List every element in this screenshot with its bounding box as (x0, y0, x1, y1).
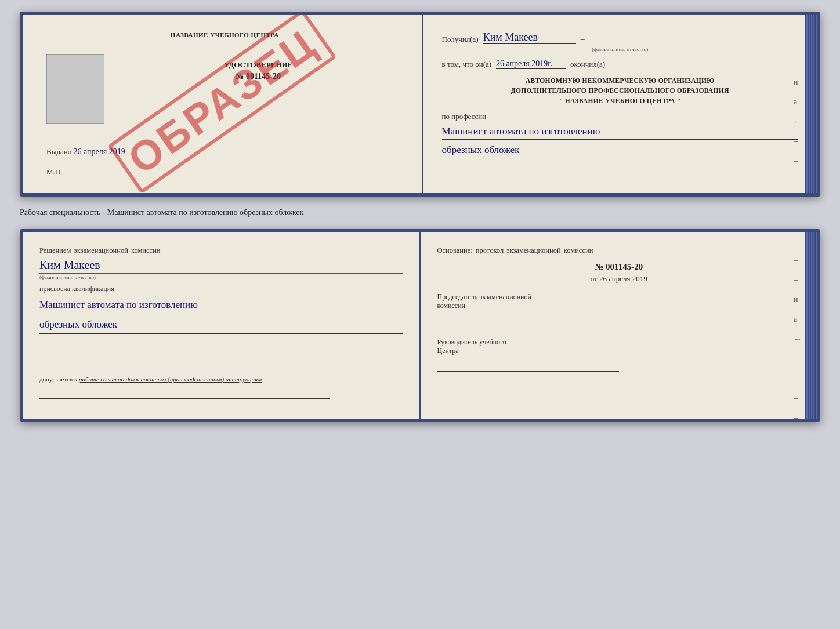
qualification-line2: обрезных обложек (39, 317, 403, 334)
resheniem-text: Решением экзаменационной комиссии (39, 246, 403, 255)
fio-caption-top: (фамилия, имя, отчество) (442, 46, 799, 52)
poluchil-row: Получил(а) Ким Макеев – (442, 31, 799, 44)
okonchil-label: окончил(а) (570, 60, 605, 69)
profession-line1: Машинист автомата по изготовлению (442, 123, 799, 140)
protocol-date: от 26 апреля 2019 (437, 274, 801, 283)
chairman-line2: комиссии (437, 301, 801, 310)
mp-line: М.П. (46, 168, 403, 177)
org-line2: ДОПОЛНИТЕЛЬНОГО ПРОФЕССИОНАЛЬНОГО ОБРАЗО… (442, 86, 799, 96)
signature-line-3 (39, 388, 330, 399)
protocol-number: № 001145-20 (437, 262, 801, 272)
udostoverenie-block: УДОСТОВЕРЕНИЕ № 001145-20 (114, 54, 403, 81)
chairman-signature-line (437, 316, 656, 326)
chairman-line1: Председатель экзаменационной (437, 293, 801, 301)
osnovanie-text: Основание: протокол экзаменационной коми… (437, 246, 801, 255)
poluchil-label: Получил(а) (442, 35, 479, 44)
ot-label: от (591, 274, 598, 283)
dopuskaetsya-text: работе согласно должностным (производств… (79, 376, 262, 383)
dopuskaetsya-block: допускается к работе согласно должностны… (39, 376, 403, 383)
org-block: АВТОНОМНУЮ НЕКОММЕРЧЕСКУЮ ОРГАНИЗАЦИЮ ДО… (442, 76, 799, 106)
rukovoditel-line2: Центра (437, 347, 801, 355)
prisvoena-text: присвоена квалификация (39, 285, 403, 293)
dopuskaetsya-prefix: допускается к (39, 376, 77, 383)
signature-line-2 (39, 356, 330, 366)
vydano-label: Выдано (46, 147, 71, 156)
org-line1: АВТОНОМНУЮ НЕКОММЕРЧЕСКУЮ ОРГАНИЗАЦИЮ (442, 76, 799, 86)
right-spine-deco (805, 15, 817, 193)
recipient-name-bottom: Ким Макеев (39, 259, 403, 272)
vtom-row: в том, что он(а) 26 апреля 2019г. окончи… (442, 59, 799, 69)
top-left-content-row: УДОСТОВЕРЕНИЕ № 001145-20 (46, 54, 403, 124)
photo-placeholder (46, 54, 104, 124)
profession-line2: обрезных обложек (442, 142, 799, 158)
po-professii-label: по профессии (442, 112, 799, 121)
rukovoditel-block: Руководитель учебного Центра (437, 338, 801, 355)
vtom-label: в том, что он(а) (442, 60, 492, 69)
top-left-page: НАЗВАНИЕ УЧЕБНОГО ЦЕНТРА УДОСТОВЕРЕНИЕ №… (23, 15, 423, 193)
rukovoditel-signature-line (437, 361, 619, 372)
bottom-right-page: Основание: протокол экзаменационной коми… (421, 232, 817, 419)
signature-line-1 (39, 340, 330, 350)
fio-caption-bottom: (фамилия, имя, отчество) (39, 273, 403, 280)
protocol-date-value: 26 апреля 2019 (599, 274, 647, 283)
bottom-right-spine-deco (805, 232, 817, 419)
qualification-line1: Машинист автомата по изготовлению (39, 297, 403, 314)
vydano-line: Выдано 26 апреля 2019 (46, 147, 403, 157)
bottom-right-dashes: – – и а ← – – – – (794, 256, 802, 422)
separator-text: Рабочая специальность - Машинист автомат… (20, 206, 820, 220)
top-left-title: НАЗВАНИЕ УЧЕБНОГО ЦЕНТРА (46, 31, 403, 38)
completion-date: 26 апреля 2019г. (496, 59, 566, 69)
org-line3: " НАЗВАНИЕ УЧЕБНОГО ЦЕНТРА " (442, 96, 799, 106)
recipient-name-top: Ким Макеев (483, 31, 576, 44)
right-dashes: – – и а ← – – – – (794, 38, 802, 197)
top-document-pair: НАЗВАНИЕ УЧЕБНОГО ЦЕНТРА УДОСТОВЕРЕНИЕ №… (20, 12, 820, 197)
bottom-left-page: Решением экзаменационной комиссии Ким Ма… (23, 232, 421, 419)
rukovoditel-line1: Руководитель учебного (437, 338, 801, 347)
udostoverenie-number: № 001145-20 (236, 72, 281, 81)
top-right-page: Получил(а) Ким Макеев – (фамилия, имя, о… (423, 15, 817, 193)
vydano-date: 26 апреля 2019 (74, 147, 143, 157)
chairman-block: Председатель экзаменационной комиссии (437, 293, 801, 310)
bottom-document-pair: Решением экзаменационной комиссии Ким Ма… (20, 229, 820, 422)
udostoverenie-title: УДОСТОВЕРЕНИЕ (224, 60, 292, 70)
